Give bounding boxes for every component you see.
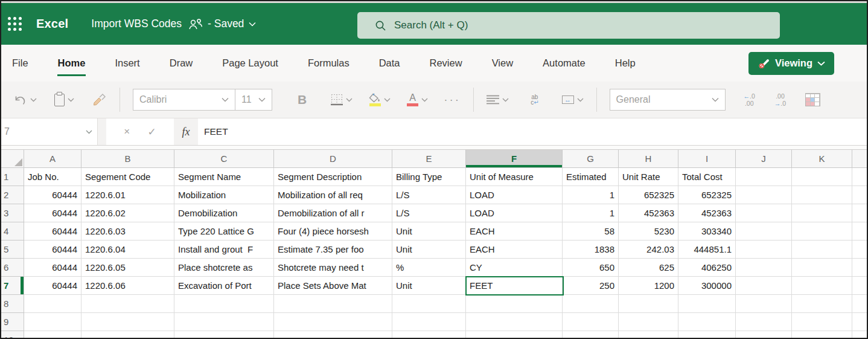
cell-h8[interactable] (619, 295, 678, 313)
cell-c3[interactable]: Demobilization (174, 204, 274, 222)
undo-button[interactable] (13, 94, 37, 106)
cell-j7[interactable] (736, 277, 792, 295)
cell-k1[interactable] (792, 168, 852, 186)
cell-a8[interactable] (24, 295, 81, 313)
cell-g6[interactable]: 650 (563, 259, 619, 277)
cell-f6[interactable]: CY (466, 259, 563, 277)
cell-b5[interactable]: 1220.6.04 (81, 241, 174, 259)
cell-a5[interactable]: 60444 (24, 241, 81, 259)
cell-f9[interactable] (466, 313, 563, 331)
cell-i7[interactable]: 300000 (678, 277, 736, 295)
cell-j8[interactable] (736, 295, 792, 313)
cell-e3[interactable]: L/S (392, 204, 466, 222)
cell-a6[interactable]: 60444 (24, 259, 81, 277)
cell-g2[interactable]: 1 (563, 186, 619, 204)
font-color-button[interactable]: A (407, 93, 428, 106)
cell-g1[interactable]: Estimated (563, 168, 619, 186)
cell-k10[interactable] (792, 331, 852, 338)
cell-d4[interactable]: Four (4) piece horsesh (274, 222, 392, 241)
format-as-table-icon[interactable] (805, 93, 820, 106)
cell-b6[interactable]: 1220.6.05 (81, 259, 174, 277)
column-header-d[interactable]: D (274, 150, 392, 168)
tab-view[interactable]: View (492, 57, 513, 69)
cell-c4[interactable]: Type 220 Lattice G (174, 222, 274, 241)
fill-color-button[interactable] (369, 93, 391, 106)
cell-b3[interactable]: 1220.6.02 (81, 204, 174, 222)
cell-j3[interactable] (736, 204, 792, 222)
tab-file[interactable]: File (12, 57, 28, 69)
cell-i8[interactable] (678, 295, 736, 313)
number-format-select[interactable]: General (610, 89, 726, 111)
row-header-5[interactable]: 5 (1, 241, 24, 259)
collaborators-icon[interactable] (188, 18, 203, 30)
row-header-1[interactable]: 1 (1, 168, 24, 186)
formula-input[interactable]: FEET (198, 118, 867, 145)
cell-b10[interactable] (81, 331, 174, 338)
cell-f1[interactable]: Unit of Measure (466, 168, 563, 186)
cell-d1[interactable]: Segment Description (274, 168, 392, 186)
cell-h5[interactable]: 242.03 (619, 241, 678, 259)
cell-h4[interactable]: 5230 (619, 222, 678, 241)
cell-k5[interactable] (792, 241, 852, 259)
cell-g10[interactable] (563, 331, 619, 338)
cell-k4[interactable] (792, 222, 852, 241)
cell-b2[interactable]: 1220.6.01 (81, 186, 174, 204)
cell-k2[interactable] (792, 186, 852, 204)
row-header-3[interactable]: 3 (1, 204, 24, 222)
alignment-button[interactable] (487, 95, 509, 105)
cell-j10[interactable] (736, 331, 792, 338)
font-size-select[interactable]: 11 (235, 89, 272, 111)
cell-e8[interactable] (392, 295, 466, 313)
cell-e9[interactable] (392, 313, 466, 331)
cell-k6[interactable] (792, 259, 852, 277)
cell-f5[interactable]: EACH (466, 241, 563, 259)
cell-j5[interactable] (736, 241, 792, 259)
cell-j1[interactable] (736, 168, 792, 186)
tab-draw[interactable]: Draw (170, 57, 193, 69)
more-font-options-button[interactable]: ··· (444, 93, 461, 106)
tab-page-layout[interactable]: Page Layout (222, 57, 278, 69)
cell-a2[interactable]: 60444 (24, 186, 81, 204)
cell-a9[interactable] (24, 313, 81, 331)
cell-j9[interactable] (736, 313, 792, 331)
bold-button[interactable]: B (298, 92, 307, 107)
cell-d10[interactable] (274, 331, 392, 338)
cell-c7[interactable]: Excavation of Port (174, 277, 274, 295)
insert-function-button[interactable]: fx (174, 118, 198, 145)
cell-i4[interactable]: 303340 (678, 222, 736, 241)
cell-f4[interactable]: EACH (466, 222, 563, 241)
row-header-8[interactable]: 8 (1, 295, 24, 313)
cell-h1[interactable]: Unit Rate (619, 168, 678, 186)
cell-d8[interactable] (274, 295, 392, 313)
viewing-mode-button[interactable]: Viewing (748, 52, 834, 75)
cell-d5[interactable]: Estimate 7.35 per foo (274, 241, 392, 259)
cell-a3[interactable]: 60444 (24, 204, 81, 222)
cell-g3[interactable]: 1 (563, 204, 619, 222)
cell-e2[interactable]: L/S (392, 186, 466, 204)
cell-c2[interactable]: Mobilization (174, 186, 274, 204)
cell-e5[interactable]: Unit (392, 241, 466, 259)
column-header-a[interactable]: A (24, 150, 81, 168)
cell-a1[interactable]: Job No. (24, 168, 81, 186)
cell-b4[interactable]: 1220.6.03 (81, 222, 174, 241)
column-header-f-selected[interactable]: F (466, 150, 563, 168)
borders-button[interactable] (331, 94, 353, 106)
cell-k3[interactable] (792, 204, 852, 222)
cell-f2[interactable]: LOAD (466, 186, 563, 204)
cell-i6[interactable]: 406250 (678, 259, 736, 277)
search-input[interactable]: Search (Alt + Q) (357, 12, 780, 39)
tab-help[interactable]: Help (615, 57, 636, 69)
cancel-entry-icon[interactable]: × (124, 126, 130, 138)
cell-f3[interactable]: LOAD (466, 204, 563, 222)
cell-h6[interactable]: 625 (619, 259, 678, 277)
cell-g8[interactable] (563, 295, 619, 313)
cell-h7[interactable]: 1200 (619, 277, 678, 295)
cell-c6[interactable]: Place shotcrete as (174, 259, 274, 277)
column-header-g[interactable]: G (563, 150, 619, 168)
cell-e7[interactable]: Unit (392, 277, 466, 295)
column-header-h[interactable]: H (619, 150, 678, 168)
cell-c5[interactable]: Install and grout F (174, 241, 274, 259)
row-header-4[interactable]: 4 (1, 222, 24, 241)
paste-button[interactable] (54, 94, 74, 106)
cell-i3[interactable]: 452363 (678, 204, 736, 222)
